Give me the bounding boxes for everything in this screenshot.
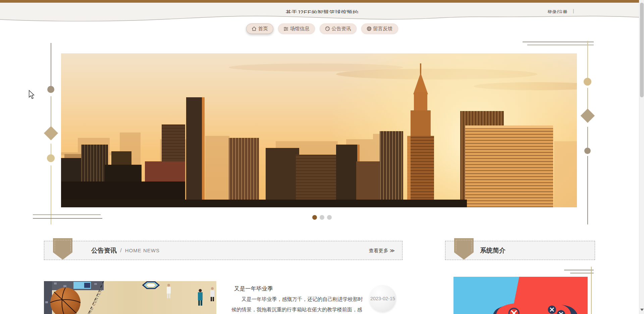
news-section-title-en: HOME NEWS xyxy=(125,248,160,253)
main-nav: 首页 场馆信息 公告资讯 留言反馈 xyxy=(0,23,644,34)
top-accent-bar xyxy=(0,0,644,3)
hero-carousel-slide xyxy=(61,53,577,207)
section-separator: / xyxy=(120,247,122,254)
nav-label: 场馆信息 xyxy=(290,25,310,32)
news-article-title[interactable]: 又是一年毕业季 xyxy=(234,285,273,293)
scrollbar-thumb[interactable] xyxy=(640,3,644,97)
intro-section-image xyxy=(453,277,588,314)
palette-icon xyxy=(325,26,330,31)
nav-label: 公告资讯 xyxy=(332,25,351,32)
intro-section-title: 系统简介 xyxy=(480,246,505,255)
basketball-court-image: FORD CENTER xyxy=(44,281,216,314)
view-more-link[interactable]: 查看更多 ≫ xyxy=(369,248,395,254)
nav-label: 首页 xyxy=(258,25,268,32)
nav-item-home[interactable]: 首页 xyxy=(246,23,273,34)
news-section-title-cn: 公告资讯 xyxy=(91,246,117,255)
carousel-dot-1[interactable] xyxy=(312,215,317,220)
scrollbar-down-arrow-icon[interactable] xyxy=(640,309,644,311)
globe-icon xyxy=(367,26,372,31)
carousel-dot-3[interactable] xyxy=(327,215,332,220)
nav-item-news[interactable]: 公告资讯 xyxy=(320,23,357,34)
game-controller-image xyxy=(453,277,588,314)
nav-label: 留言反馈 xyxy=(373,25,393,32)
scrollbar-track xyxy=(639,0,644,314)
sliders-icon xyxy=(283,26,288,31)
news-section-header: 公告资讯 / HOME NEWS 查看更多 ≫ xyxy=(44,241,402,260)
section-badge-icon xyxy=(454,238,474,260)
nav-item-feedback[interactable]: 留言反馈 xyxy=(361,23,398,34)
section-badge-icon xyxy=(53,238,72,260)
carousel-dots xyxy=(0,215,644,220)
news-article-date: 2023-02-15 xyxy=(370,296,395,301)
news-article-excerpt: 又是一年毕业季，感慨万千，还记的自己刚进学校那时候的情景，我拖着沉重的行李箱站在… xyxy=(231,294,363,314)
nav-item-venues[interactable]: 场馆信息 xyxy=(278,23,315,34)
intro-section-header: 系统简介 xyxy=(445,241,595,260)
mouse-cursor xyxy=(28,90,35,101)
double-chevron-icon: ≫ xyxy=(390,248,395,253)
news-article-thumbnail[interactable]: FORD CENTER xyxy=(44,281,216,314)
carousel-dot-2[interactable] xyxy=(320,215,324,220)
news-article-date-badge: 2023-02-15 xyxy=(369,285,396,312)
city-skyline-image xyxy=(61,53,577,207)
home-icon xyxy=(252,26,257,31)
